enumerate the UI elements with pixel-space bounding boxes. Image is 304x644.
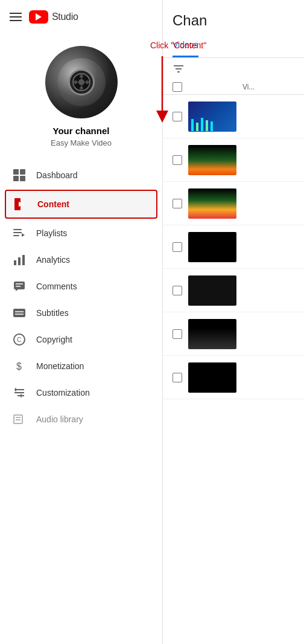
row-checkbox[interactable] <box>173 155 182 165</box>
sidebar-item-label-analytics: Analytics <box>36 255 70 265</box>
audio-library-icon <box>12 412 27 427</box>
tabs-row: Videos <box>163 34 304 58</box>
svg-marker-17 <box>19 202 25 207</box>
content-icon <box>13 197 28 211</box>
subtitles-icon <box>12 306 27 320</box>
video-thumbnail <box>188 145 236 175</box>
svg-rect-29 <box>13 309 25 317</box>
svg-marker-21 <box>22 233 25 237</box>
row-checkbox[interactable] <box>173 329 182 339</box>
videos-list <box>163 95 304 644</box>
sidebar-item-label-copyright: Copyright <box>36 335 72 344</box>
sidebar-item-analytics[interactable]: Analytics <box>0 246 162 273</box>
sidebar-item-copyright[interactable]: C Copyright <box>0 326 162 353</box>
video-thumbnail <box>188 101 236 132</box>
row-checkbox[interactable] <box>173 373 182 382</box>
sidebar-item-label-playlists: Playlists <box>36 228 67 238</box>
svg-rect-14 <box>13 176 19 181</box>
svg-rect-12 <box>13 169 19 175</box>
svg-rect-40 <box>14 415 22 423</box>
table-row[interactable] <box>163 182 304 225</box>
sidebar-item-label-audio: Audio library <box>36 414 83 424</box>
svg-text:$: $ <box>16 361 22 372</box>
table-row[interactable] <box>163 225 304 269</box>
studio-label: Studio <box>52 11 78 22</box>
video-thumbnail <box>188 188 236 219</box>
video-thumbnail <box>188 319 236 349</box>
sidebar-item-label-subtitles: Subtitles <box>36 308 69 318</box>
sidebar-item-label-comments: Comments <box>36 282 77 291</box>
monetization-icon: $ <box>12 359 27 373</box>
film-reel-icon <box>71 71 92 93</box>
sidebar-item-content[interactable]: Content <box>5 190 157 219</box>
svg-rect-15 <box>20 176 25 181</box>
header-checkbox[interactable] <box>173 82 182 92</box>
sidebar-item-label-monetization: Monetization <box>36 361 84 371</box>
svg-point-3 <box>78 79 84 85</box>
sidebar-item-audio-library[interactable]: Audio library <box>0 406 162 433</box>
panel-title: Chan <box>163 0 304 29</box>
row-checkbox[interactable] <box>173 199 182 208</box>
row-checkbox[interactable] <box>173 242 182 252</box>
dashboard-icon <box>12 168 27 182</box>
table-row[interactable] <box>163 95 304 138</box>
sidebar-item-monetization[interactable]: $ Monetization <box>0 353 162 379</box>
sidebar-item-comments[interactable]: Comments <box>0 273 162 300</box>
sidebar-item-subtitles[interactable]: Subtitles <box>0 300 162 326</box>
sidebar-item-dashboard[interactable]: Dashboard <box>0 162 162 188</box>
tab-videos[interactable]: Videos <box>173 34 198 57</box>
svg-rect-24 <box>22 255 25 265</box>
svg-rect-23 <box>18 257 21 265</box>
copyright-icon: C <box>12 332 27 347</box>
table-row[interactable] <box>163 138 304 182</box>
analytics-icon <box>12 253 27 267</box>
svg-rect-22 <box>14 260 16 265</box>
channel-handle: Easy Make Video <box>51 138 112 147</box>
sidebar-item-customization[interactable]: Customization <box>0 379 162 406</box>
video-col-header: Vi... <box>242 83 255 91</box>
table-row[interactable] <box>163 269 304 312</box>
logo-area: Studio <box>29 10 78 24</box>
row-checkbox[interactable] <box>173 112 182 121</box>
youtube-logo-icon <box>29 10 48 24</box>
sidebar-item-label-customization: Customization <box>36 388 90 398</box>
filter-row <box>163 58 304 80</box>
sidebar-item-label: Dashboard <box>36 170 78 180</box>
right-panel: Chan Videos Vi... <box>163 0 304 644</box>
table-row[interactable] <box>163 356 304 399</box>
svg-marker-28 <box>16 289 18 291</box>
svg-rect-25 <box>14 282 25 289</box>
customization-icon <box>12 385 27 400</box>
svg-rect-13 <box>20 169 25 175</box>
video-thumbnail <box>188 362 236 393</box>
sidebar-item-label-content: Content <box>37 199 69 209</box>
table-row[interactable] <box>163 312 304 356</box>
row-checkbox[interactable] <box>173 286 182 295</box>
filter-icon[interactable] <box>173 63 185 75</box>
menu-icon[interactable] <box>10 13 22 21</box>
playlists-icon <box>12 226 27 240</box>
avatar[interactable] <box>45 46 118 118</box>
video-thumbnail <box>188 275 236 306</box>
nav-list: Dashboard Content Playlist <box>0 157 162 644</box>
channel-section: Click "Content" <box>0 34 162 157</box>
sidebar-header: Studio <box>0 0 162 34</box>
channel-name: Your channel <box>53 126 110 136</box>
video-thumbnail <box>188 232 236 262</box>
comments-icon <box>12 279 27 294</box>
sidebar-item-playlists[interactable]: Playlists <box>0 220 162 246</box>
svg-text:C: C <box>17 336 21 343</box>
